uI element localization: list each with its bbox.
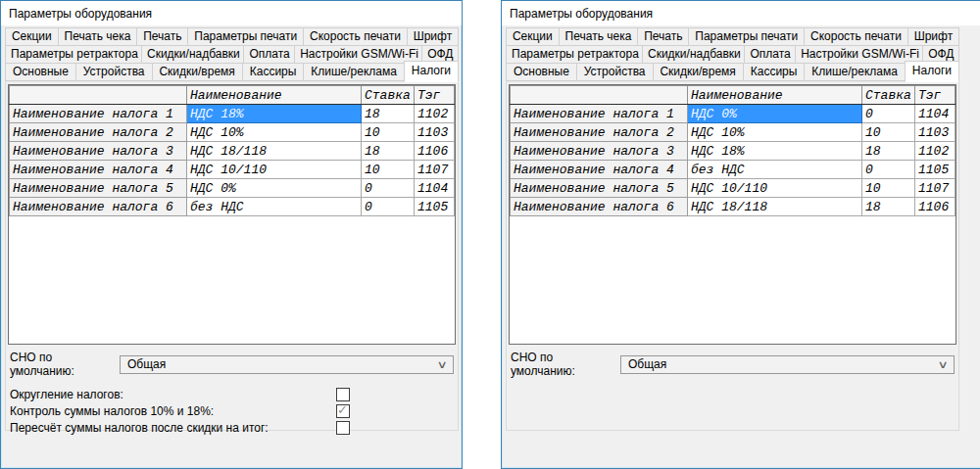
tab-skorost-pechati[interactable]: Скорость печати (303, 27, 408, 46)
tax-tag-cell[interactable]: 1104 (415, 179, 455, 198)
tab-nalogi[interactable]: Налоги (404, 61, 459, 82)
tax-tag-cell[interactable]: 1107 (415, 161, 455, 179)
tab-oplata[interactable]: Оплата (744, 45, 796, 64)
tax-rate-cell[interactable]: 10 (862, 179, 915, 198)
chevron-down-icon: ∨ (436, 358, 447, 371)
tax-name-cell[interactable]: НДС 10% (187, 123, 362, 142)
tab-nalogi[interactable]: Налоги (905, 61, 959, 82)
sno-row: СНО по умолчанию: Общая ∨ (511, 351, 955, 378)
row-label-tax-3[interactable]: Наименование налога 3 (511, 142, 688, 161)
row-label-tax-6[interactable]: Наименование налога 6 (10, 198, 187, 216)
tax-rate-cell[interactable]: 18 (862, 198, 915, 216)
tax-rate-cell[interactable]: 18 (362, 142, 415, 161)
tab-parametry-retraktora[interactable]: Параметры ретрактора (5, 45, 142, 64)
tab-skidki-vremya[interactable]: Скидки/время (653, 63, 744, 81)
tax-rate-cell[interactable]: 0 (862, 105, 915, 123)
tax-rate-cell[interactable]: 10 (362, 161, 415, 179)
tax-tag-cell[interactable]: 1103 (415, 123, 455, 142)
tax-rate-cell[interactable]: 0 (362, 198, 415, 216)
tax-name-cell[interactable]: НДС 0% (688, 105, 862, 123)
tab-parametry-retraktora[interactable]: Параметры ретрактора (506, 45, 643, 64)
tax-rounding-checkbox[interactable] (336, 388, 350, 401)
col-header-empty[interactable] (10, 86, 187, 105)
row-label-tax-6[interactable]: Наименование налога 6 (511, 198, 688, 216)
table-row: Наименование налога 4 без НДС 0 1105 (511, 161, 956, 179)
tax-name-cell[interactable]: НДС 18% (688, 142, 862, 161)
tax-tag-cell[interactable]: 1105 (415, 198, 455, 216)
tab-klishe-reklama[interactable]: Клише/реклама (804, 63, 906, 81)
tax-tag-cell[interactable]: 1102 (915, 142, 956, 161)
row-label-tax-5[interactable]: Наименование налога 5 (511, 179, 688, 198)
row-label-tax-5[interactable]: Наименование налога 5 (10, 179, 187, 198)
table-row: Наименование налога 1 НДС 0% 0 1104 (511, 105, 956, 123)
col-header-tag[interactable]: Тэг (415, 86, 455, 105)
title-bar[interactable]: Параметры оборудования (502, 1, 980, 25)
row-label-tax-2[interactable]: Наименование налога 2 (10, 123, 187, 142)
tab-ustroystva[interactable]: Устройства (576, 63, 654, 81)
tax-name-cell[interactable]: НДС 18% (187, 105, 362, 123)
tax-name-cell[interactable]: без НДС (187, 198, 362, 216)
tab-parametry-pechati[interactable]: Параметры печати (688, 27, 805, 46)
tax-name-cell[interactable]: НДС 10/110 (688, 179, 862, 198)
title-bar[interactable]: Параметры оборудования (1, 1, 462, 25)
sno-default-label: СНО по умолчанию: (10, 351, 120, 378)
col-header-name[interactable]: Наименование (688, 86, 862, 105)
tab-osnovnye[interactable]: Основные (5, 63, 76, 81)
sno-default-combobox[interactable]: Общая ∨ (620, 355, 955, 374)
row-label-tax-4[interactable]: Наименование налога 4 (511, 161, 688, 179)
tab-skidki-vremya[interactable]: Скидки/время (152, 63, 243, 81)
tax-name-cell[interactable]: НДС 18/118 (187, 142, 362, 161)
tab-shrift[interactable]: Шрифт (907, 27, 959, 46)
tax-rate-cell[interactable]: 10 (862, 123, 915, 142)
tax-tag-cell[interactable]: 1105 (915, 161, 956, 179)
tab-skidki-nadbavki[interactable]: Скидки/надбавки (141, 45, 244, 64)
row-label-tax-4[interactable]: Наименование налога 4 (10, 161, 187, 179)
tab-shrift[interactable]: Шрифт (407, 27, 459, 46)
row-label-tax-3[interactable]: Наименование налога 3 (10, 142, 187, 161)
tax-name-cell[interactable]: НДС 10/110 (187, 161, 362, 179)
tax-sum-control-checkbox[interactable] (336, 404, 350, 418)
col-header-rate[interactable]: Ставка (862, 86, 915, 105)
tab-klishe-reklama[interactable]: Клише/реклама (303, 63, 405, 81)
tab-pechat[interactable]: Печать (637, 27, 689, 46)
col-header-rate[interactable]: Ставка (362, 86, 415, 105)
tab-oplata[interactable]: Оплата (243, 45, 295, 64)
tab-kassiry[interactable]: Кассиры (242, 63, 305, 81)
tax-tag-cell[interactable]: 1107 (915, 179, 956, 198)
tax-tag-cell[interactable]: 1106 (415, 142, 455, 161)
tab-row-1: Секции Печать чека Печать Параметры печа… (5, 27, 459, 46)
tab-ustroystva[interactable]: Устройства (75, 63, 153, 81)
row-label-tax-2[interactable]: Наименование налога 2 (511, 123, 688, 142)
tax-name-cell[interactable]: НДС 18/118 (688, 198, 862, 216)
tab-parametry-pechati[interactable]: Параметры печати (187, 27, 304, 46)
tax-tag-cell[interactable]: 1106 (915, 198, 956, 216)
row-label-tax-1[interactable]: Наименование налога 1 (10, 105, 187, 123)
tab-pechat-cheka[interactable]: Печать чека (559, 27, 639, 46)
tab-skidki-nadbavki[interactable]: Скидки/надбавки (642, 45, 745, 64)
tab-skorost-pechati[interactable]: Скорость печати (804, 27, 908, 46)
window-content: Секции Печать чека Печать Параметры печа… (506, 27, 959, 431)
tab-sektsii[interactable]: Секции (506, 27, 560, 46)
tax-name-cell[interactable]: без НДС (688, 161, 862, 179)
tax-tag-cell[interactable]: 1103 (915, 123, 956, 142)
tab-sektsii[interactable]: Секции (5, 27, 59, 46)
tab-osnovnye[interactable]: Основные (506, 63, 577, 81)
col-header-tag[interactable]: Тэг (915, 86, 956, 105)
tax-tag-cell[interactable]: 1102 (415, 105, 455, 123)
tax-rate-cell[interactable]: 0 (362, 179, 415, 198)
col-header-name[interactable]: Наименование (187, 86, 362, 105)
col-header-empty[interactable] (511, 86, 688, 105)
tax-recalc-checkbox[interactable] (336, 421, 350, 435)
tab-pechat-cheka[interactable]: Печать чека (58, 27, 138, 46)
sno-default-combobox[interactable]: Общая ∨ (120, 355, 454, 374)
tax-name-cell[interactable]: НДС 0% (187, 179, 362, 198)
tax-rate-cell[interactable]: 10 (362, 123, 415, 142)
row-label-tax-1[interactable]: Наименование налога 1 (511, 105, 688, 123)
tax-rate-cell[interactable]: 18 (862, 142, 915, 161)
tax-rate-cell[interactable]: 0 (862, 161, 915, 179)
tax-name-cell[interactable]: НДС 10% (688, 123, 862, 142)
tab-pechat[interactable]: Печать (136, 27, 188, 46)
tab-kassiry[interactable]: Кассиры (743, 63, 806, 81)
tax-tag-cell[interactable]: 1104 (915, 105, 956, 123)
tax-rate-cell[interactable]: 18 (362, 105, 415, 123)
